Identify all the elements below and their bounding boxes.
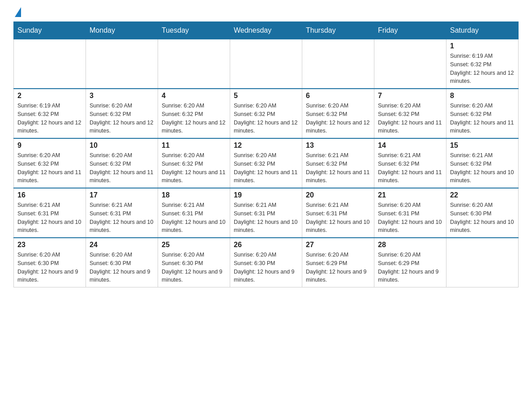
day-number: 10 <box>90 141 154 150</box>
day-number: 2 <box>17 92 82 100</box>
day-info: Sunrise: 6:20 AMSunset: 6:32 PMDaylight:… <box>162 102 226 135</box>
calendar-cell: 18Sunrise: 6:21 AMSunset: 6:31 PMDayligh… <box>158 188 230 238</box>
day-number: 14 <box>378 141 442 150</box>
day-info: Sunrise: 6:20 AMSunset: 6:30 PMDaylight:… <box>450 201 515 235</box>
calendar-cell: 2Sunrise: 6:19 AMSunset: 6:32 PMDaylight… <box>14 89 86 138</box>
calendar-cell: 5Sunrise: 6:20 AMSunset: 6:32 PMDaylight… <box>230 89 302 138</box>
calendar-cell: 16Sunrise: 6:21 AMSunset: 6:31 PMDayligh… <box>14 188 86 238</box>
day-number: 11 <box>162 141 226 150</box>
calendar-week-row: 23Sunrise: 6:20 AMSunset: 6:30 PMDayligh… <box>14 238 519 287</box>
day-number: 27 <box>306 241 370 249</box>
day-info: Sunrise: 6:19 AMSunset: 6:32 PMDaylight:… <box>17 102 82 135</box>
calendar-cell <box>14 39 86 89</box>
calendar-cell <box>86 39 158 89</box>
calendar-week-row: 2Sunrise: 6:19 AMSunset: 6:32 PMDaylight… <box>14 89 519 138</box>
day-info: Sunrise: 6:21 AMSunset: 6:32 PMDaylight:… <box>378 151 442 185</box>
day-number: 24 <box>90 241 154 249</box>
day-info: Sunrise: 6:20 AMSunset: 6:32 PMDaylight:… <box>162 151 226 185</box>
calendar-cell: 12Sunrise: 6:20 AMSunset: 6:32 PMDayligh… <box>230 138 302 188</box>
calendar-cell <box>446 238 519 287</box>
calendar-cell: 28Sunrise: 6:20 AMSunset: 6:29 PMDayligh… <box>374 238 446 287</box>
weekday-header-sunday: Sunday <box>14 22 86 39</box>
weekday-header-wednesday: Wednesday <box>230 22 302 39</box>
day-info: Sunrise: 6:20 AMSunset: 6:30 PMDaylight:… <box>17 251 82 284</box>
calendar-cell: 6Sunrise: 6:20 AMSunset: 6:32 PMDaylight… <box>302 89 374 138</box>
day-info: Sunrise: 6:20 AMSunset: 6:30 PMDaylight:… <box>234 251 298 284</box>
calendar-cell: 7Sunrise: 6:20 AMSunset: 6:32 PMDaylight… <box>374 89 446 138</box>
day-info: Sunrise: 6:20 AMSunset: 6:31 PMDaylight:… <box>378 201 442 235</box>
day-info: Sunrise: 6:20 AMSunset: 6:32 PMDaylight:… <box>450 102 515 135</box>
day-number: 20 <box>306 191 370 199</box>
day-number: 4 <box>162 92 226 100</box>
day-number: 9 <box>17 141 82 150</box>
calendar-cell: 24Sunrise: 6:20 AMSunset: 6:30 PMDayligh… <box>86 238 158 287</box>
calendar-cell: 9Sunrise: 6:20 AMSunset: 6:32 PMDaylight… <box>14 138 86 188</box>
day-info: Sunrise: 6:21 AMSunset: 6:31 PMDaylight:… <box>162 201 226 235</box>
day-info: Sunrise: 6:20 AMSunset: 6:30 PMDaylight:… <box>162 251 226 284</box>
calendar-cell: 3Sunrise: 6:20 AMSunset: 6:32 PMDaylight… <box>86 89 158 138</box>
day-number: 26 <box>234 241 298 249</box>
day-info: Sunrise: 6:20 AMSunset: 6:32 PMDaylight:… <box>17 151 82 185</box>
calendar-cell <box>158 39 230 89</box>
day-info: Sunrise: 6:21 AMSunset: 6:32 PMDaylight:… <box>306 151 370 185</box>
day-info: Sunrise: 6:21 AMSunset: 6:31 PMDaylight:… <box>17 201 82 235</box>
day-number: 21 <box>378 191 442 199</box>
day-number: 22 <box>450 191 515 199</box>
day-number: 23 <box>17 241 82 249</box>
day-info: Sunrise: 6:20 AMSunset: 6:30 PMDaylight:… <box>90 251 154 284</box>
day-number: 19 <box>234 191 298 199</box>
calendar-cell: 21Sunrise: 6:20 AMSunset: 6:31 PMDayligh… <box>374 188 446 238</box>
day-number: 13 <box>306 141 370 150</box>
day-number: 12 <box>234 141 298 150</box>
calendar-cell: 23Sunrise: 6:20 AMSunset: 6:30 PMDayligh… <box>14 238 86 287</box>
day-number: 17 <box>90 191 154 199</box>
day-info: Sunrise: 6:20 AMSunset: 6:32 PMDaylight:… <box>306 102 370 135</box>
day-number: 3 <box>90 92 154 100</box>
weekday-header-thursday: Thursday <box>302 22 374 39</box>
day-info: Sunrise: 6:21 AMSunset: 6:31 PMDaylight:… <box>234 201 298 235</box>
day-info: Sunrise: 6:20 AMSunset: 6:29 PMDaylight:… <box>306 251 370 284</box>
day-number: 1 <box>450 42 515 50</box>
day-number: 28 <box>378 241 442 249</box>
calendar-week-row: 16Sunrise: 6:21 AMSunset: 6:31 PMDayligh… <box>14 188 519 238</box>
day-info: Sunrise: 6:21 AMSunset: 6:31 PMDaylight:… <box>306 201 370 235</box>
logo <box>13 9 21 17</box>
day-info: Sunrise: 6:20 AMSunset: 6:32 PMDaylight:… <box>234 102 298 135</box>
calendar-cell: 13Sunrise: 6:21 AMSunset: 6:32 PMDayligh… <box>302 138 374 188</box>
day-info: Sunrise: 6:21 AMSunset: 6:32 PMDaylight:… <box>450 151 515 185</box>
weekday-header-tuesday: Tuesday <box>158 22 230 39</box>
calendar-cell: 22Sunrise: 6:20 AMSunset: 6:30 PMDayligh… <box>446 188 519 238</box>
day-info: Sunrise: 6:20 AMSunset: 6:32 PMDaylight:… <box>378 102 442 135</box>
calendar-cell: 17Sunrise: 6:21 AMSunset: 6:31 PMDayligh… <box>86 188 158 238</box>
day-number: 25 <box>162 241 226 249</box>
calendar-cell <box>230 39 302 89</box>
calendar-cell: 4Sunrise: 6:20 AMSunset: 6:32 PMDaylight… <box>158 89 230 138</box>
day-info: Sunrise: 6:21 AMSunset: 6:31 PMDaylight:… <box>90 201 154 235</box>
calendar-cell: 25Sunrise: 6:20 AMSunset: 6:30 PMDayligh… <box>158 238 230 287</box>
calendar-week-row: 9Sunrise: 6:20 AMSunset: 6:32 PMDaylight… <box>14 138 519 188</box>
day-info: Sunrise: 6:20 AMSunset: 6:32 PMDaylight:… <box>90 102 154 135</box>
calendar-cell: 1Sunrise: 6:19 AMSunset: 6:32 PMDaylight… <box>446 39 519 89</box>
day-info: Sunrise: 6:19 AMSunset: 6:32 PMDaylight:… <box>450 52 515 86</box>
day-number: 18 <box>162 191 226 199</box>
day-number: 7 <box>378 92 442 100</box>
day-number: 8 <box>450 92 515 100</box>
logo-triangle-icon <box>15 7 21 17</box>
calendar-header-row: SundayMondayTuesdayWednesdayThursdayFrid… <box>14 22 519 39</box>
day-info: Sunrise: 6:20 AMSunset: 6:29 PMDaylight:… <box>378 251 442 284</box>
calendar-cell: 27Sunrise: 6:20 AMSunset: 6:29 PMDayligh… <box>302 238 374 287</box>
page-header <box>13 9 519 17</box>
day-info: Sunrise: 6:20 AMSunset: 6:32 PMDaylight:… <box>90 151 154 185</box>
calendar-table: SundayMondayTuesdayWednesdayThursdayFrid… <box>13 21 519 287</box>
day-info: Sunrise: 6:20 AMSunset: 6:32 PMDaylight:… <box>234 151 298 185</box>
day-number: 15 <box>450 141 515 150</box>
weekday-header-friday: Friday <box>374 22 446 39</box>
day-number: 6 <box>306 92 370 100</box>
calendar-cell: 10Sunrise: 6:20 AMSunset: 6:32 PMDayligh… <box>86 138 158 188</box>
calendar-cell <box>302 39 374 89</box>
calendar-cell: 19Sunrise: 6:21 AMSunset: 6:31 PMDayligh… <box>230 188 302 238</box>
calendar-cell: 20Sunrise: 6:21 AMSunset: 6:31 PMDayligh… <box>302 188 374 238</box>
weekday-header-monday: Monday <box>86 22 158 39</box>
calendar-cell: 15Sunrise: 6:21 AMSunset: 6:32 PMDayligh… <box>446 138 519 188</box>
day-number: 5 <box>234 92 298 100</box>
